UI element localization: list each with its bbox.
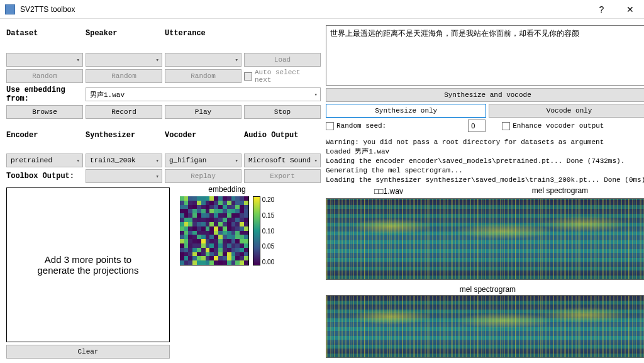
synthesizer-combo[interactable]: train3_200k▾ [86,154,162,167]
chevron-down-icon: ▾ [235,157,238,164]
vocoder-combo[interactable]: g_hifigan▾ [165,154,242,167]
chevron-down-icon: ▾ [156,173,159,180]
seed-input[interactable] [468,120,486,132]
dataset-combo[interactable]: ▾ [6,53,83,67]
titlebar: SV2TTS toolbox ? ✕ [0,0,644,19]
log-output: Warning: you did not pass a root directo… [326,138,644,185]
browse-button[interactable]: Browse [6,105,83,119]
label-synthesizer: Synthesizer [86,131,162,140]
embedding-file-combo[interactable]: 男声1.wav ▾ [86,87,321,101]
label-use-embedding: Use embedding from: [6,86,83,103]
help-button[interactable]: ? [587,0,616,19]
close-button[interactable]: ✕ [616,0,644,19]
random-speaker-button[interactable]: Random [86,69,162,83]
chevron-down-icon: ▾ [314,157,318,164]
colorbar-ticks: 0.20 0.15 0.10 0.05 0.00 [262,196,274,265]
synthesize-only-button[interactable]: Synthesize only [326,104,486,118]
text-input[interactable] [326,25,644,86]
embedding-heatmap [180,196,249,265]
label-vocoder: Vocoder [165,131,242,140]
chevron-down-icon: ▾ [77,157,80,164]
mel-spectrogram-1 [326,198,644,280]
vocode-only-button[interactable]: Vocode only [489,104,644,118]
stop-button[interactable]: Stop [244,105,321,119]
auto-select-label: Auto select next [255,69,321,84]
label-utterance: Utterance [165,29,242,38]
export-button[interactable]: Export [244,169,321,183]
replay-button[interactable]: Replay [165,169,242,183]
chevron-down-icon: ▾ [77,57,80,64]
spec-title-2: mel spectrogram [326,285,644,294]
synthesize-vocode-button[interactable]: Synthesize and vocode [326,88,644,102]
chevron-down-icon: ▾ [314,91,318,98]
label-speaker: Speaker [86,29,162,38]
enhance-label: Enhance vocoder output [513,122,604,130]
label-toolbox-output: Toolbox Output: [6,172,83,181]
play-button[interactable]: Play [165,105,242,119]
encoder-combo[interactable]: pretrained▾ [6,154,83,167]
chevron-down-icon: ▾ [235,57,238,64]
enhance-checkbox[interactable] [502,122,510,130]
left-panel: Dataset Speaker Utterance ▾ ▾ ▾ Load Ran… [6,25,321,359]
auto-select-checkbox [244,72,252,81]
speaker-combo[interactable]: ▾ [86,53,162,67]
utterance-combo[interactable]: ▾ [165,53,242,67]
random-dataset-button[interactable]: Random [6,69,83,83]
random-seed-label: Random seed: [336,122,386,130]
embedding-panel: embedding 0.20 0.15 0.10 0.05 0.00 [174,185,280,359]
label-dataset: Dataset [6,29,83,38]
chevron-down-icon: ▾ [156,57,159,64]
label-audio-output: Audio Output [244,131,321,140]
window-title: SV2TTS toolbox [20,5,587,14]
app-icon [5,4,15,14]
label-encoder: Encoder [6,131,83,140]
mel-spectrogram-2 [326,295,644,358]
colorbar [253,196,260,265]
spec-title-1: mel spectrogram [470,186,644,195]
embedding-title: embedding [174,185,280,194]
audio-output-combo[interactable]: Microsoft Sound Map▾ [244,154,321,167]
random-seed-checkbox[interactable] [326,122,334,130]
window-controls: ? ✕ [587,0,644,19]
record-button[interactable]: Record [86,105,162,119]
load-button[interactable]: Load [244,53,321,67]
right-panel: Synthesize and vocode Synthesize only Vo… [326,25,644,359]
random-utterance-button[interactable]: Random [165,69,242,83]
spec-source-label: □□1.wav [326,187,452,196]
chevron-down-icon: ▾ [156,157,159,164]
projection-panel: Add 3 more points to generate the projec… [6,185,170,359]
clear-button[interactable]: Clear [6,345,170,359]
projection-placeholder: Add 3 more points to generate the projec… [6,187,170,342]
toolbox-output-combo[interactable]: ▾ [86,169,162,183]
